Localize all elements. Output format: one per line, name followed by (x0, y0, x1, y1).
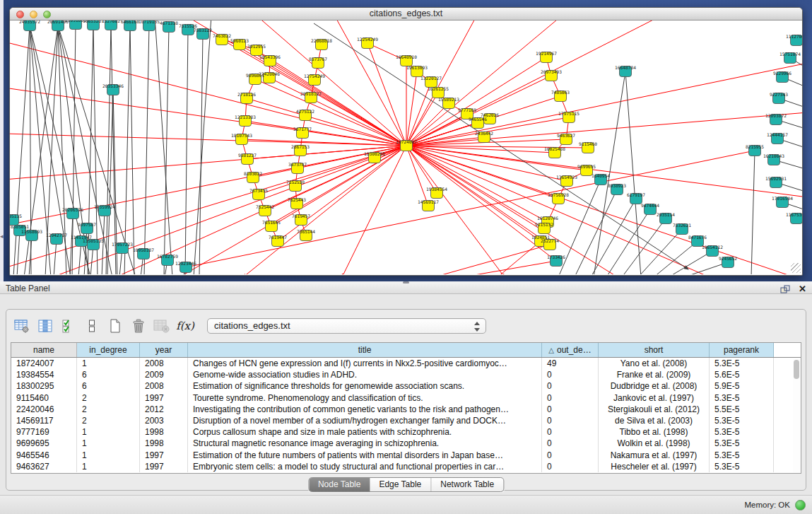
network-node[interactable]: 19214967 (536, 51, 557, 63)
network-node[interactable]: 7525442 (256, 204, 274, 216)
function-builder-icon[interactable]: f(x) (175, 316, 195, 336)
network-node[interactable]: 9245652 (719, 256, 737, 268)
network-node[interactable]: 12754249 (304, 74, 325, 86)
network-edge[interactable] (185, 30, 188, 274)
network-node[interactable]: 9463627 (557, 133, 575, 145)
column-header-short[interactable]: short (599, 343, 710, 357)
column-header-out_de[interactable]: △out_de… (542, 343, 599, 357)
network-node[interactable]: 11675333 (786, 212, 802, 224)
panel-collapse-handle[interactable]: ◂ (0, 232, 4, 240)
network-node[interactable]: 12093872 (765, 113, 787, 125)
select-columns-icon[interactable] (59, 316, 78, 336)
network-node[interactable]: 10958187 (133, 247, 154, 259)
network-node[interactable]: 8103022 (244, 171, 262, 183)
network-edge[interactable] (406, 146, 550, 245)
network-node[interactable]: 9397587 (78, 222, 96, 234)
close-panel-icon[interactable]: ✕ (799, 284, 806, 293)
table-row[interactable]: 946362711997Embryonic stem cells: a mode… (11, 461, 801, 472)
network-edge[interactable] (124, 25, 130, 274)
network-node[interactable]: 12923446 (175, 261, 196, 273)
network-node[interactable]: 1733426 (547, 255, 565, 267)
table-source-select[interactable]: citations_edges.txt (207, 318, 486, 334)
network-node[interactable]: 12213383 (235, 115, 256, 127)
network-node[interactable]: 15589213 (438, 97, 459, 109)
table-row[interactable]: 977716911998Corpus callosum shape and si… (11, 426, 801, 438)
network-edge[interactable] (93, 25, 98, 274)
network-node[interactable]: 2436442 (475, 131, 493, 143)
network-node[interactable]: 16210643 (763, 153, 784, 165)
table-scrollbar[interactable] (793, 359, 800, 472)
network-node[interactable]: 3673787 (288, 162, 307, 174)
tab-network-table[interactable]: Network Table (430, 478, 503, 491)
network-node[interactable]: 15692931 (765, 176, 787, 188)
network-node[interactable]: 15751074 (779, 52, 801, 64)
network-node[interactable]: 4671338 (160, 21, 178, 33)
network-node[interactable]: 7651645 (262, 220, 281, 232)
network-node[interactable]: 10719135 (139, 21, 160, 31)
network-node[interactable]: 22060818 (311, 38, 332, 50)
window-titlebar[interactable]: citations_edges.txt (10, 8, 802, 21)
tab-node-table[interactable]: Node Table (309, 478, 370, 491)
network-node[interactable]: 7619447 (269, 235, 287, 247)
minimize-window-button[interactable] (30, 11, 37, 18)
column-header-year[interactable]: year (140, 343, 188, 357)
network-node[interactable]: 7485063 (551, 90, 570, 102)
close-window-button[interactable] (16, 11, 24, 18)
network-edge[interactable] (247, 98, 406, 146)
network-edge[interactable] (144, 25, 149, 274)
network-node[interactable]: 7583122 (194, 28, 212, 40)
memory-status-icon[interactable] (795, 500, 806, 510)
network-node[interactable]: 17359924 (94, 204, 115, 216)
network-node[interactable]: 7365144 (297, 229, 315, 241)
network-node[interactable]: 11127044 (786, 34, 802, 46)
network-edge[interactable] (10, 146, 406, 180)
delete-table-icon[interactable] (152, 316, 172, 336)
network-edge[interactable] (278, 146, 406, 241)
network-edge[interactable] (155, 21, 172, 274)
network-edge[interactable] (406, 82, 431, 146)
column-header-pagerank[interactable]: pagerank (710, 343, 774, 357)
network-edge[interactable] (406, 71, 417, 146)
table-scrollbar-thumb[interactable] (794, 360, 799, 379)
window-resize-grip[interactable] (791, 263, 801, 273)
network-node[interactable]: 9896061 (246, 73, 264, 85)
network-edge[interactable] (406, 146, 428, 206)
table-row[interactable]: 946554611997Estimation of the future num… (11, 450, 801, 461)
network-node[interactable]: 2718126 (237, 92, 256, 104)
network-node[interactable]: 17957223 (112, 242, 133, 254)
network-edge[interactable] (111, 25, 116, 274)
table-mode-icon[interactable] (12, 316, 32, 336)
network-node[interactable]: 10756928 (548, 192, 569, 204)
network-node[interactable]: 16648784 (615, 65, 636, 77)
network-edge[interactable] (164, 27, 169, 274)
network-node[interactable]: 18107543 (231, 133, 252, 145)
network-node[interactable]: 1527602 (102, 21, 120, 30)
delete-column-icon[interactable] (129, 316, 148, 336)
network-node[interactable]: 9129966 (773, 71, 792, 83)
table-row[interactable]: 911546021997Tourette syndrome. Phenomeno… (11, 392, 801, 404)
network-edge[interactable] (10, 134, 406, 146)
network-edge[interactable] (107, 90, 113, 274)
network-node[interactable]: 10025488 (544, 146, 565, 158)
float-panel-icon[interactable] (780, 285, 790, 293)
network-edge[interactable] (669, 251, 712, 274)
table-row[interactable]: 1938455462009Genome-wide association stu… (11, 369, 801, 380)
network-edge[interactable] (257, 50, 406, 146)
column-header-name[interactable]: name (11, 343, 77, 357)
network-node[interactable]: 9227343 (770, 92, 788, 104)
row-height-icon[interactable] (82, 316, 102, 336)
network-node[interactable]: 20206576 (62, 207, 83, 219)
network-node[interactable]: 4275122 (296, 109, 314, 121)
network-node[interactable]: 17016504 (772, 196, 793, 208)
network-node[interactable]: 10654112 (702, 245, 723, 257)
network-node[interactable]: 10653287 (83, 21, 104, 30)
network-node[interactable]: 24935572 (19, 21, 40, 31)
table-row[interactable]: 1456911722003Disruption of a novel membe… (11, 415, 801, 426)
tab-edge-table[interactable]: Edge Table (370, 478, 430, 491)
network-edge[interactable] (314, 23, 688, 269)
network-node[interactable]: 8573767 (309, 57, 327, 69)
network-edge[interactable] (17, 230, 20, 274)
network-node[interactable]: 6466160 (121, 21, 139, 31)
network-node[interactable]: 20353346 (102, 83, 124, 95)
table-row[interactable]: 1872400712008Changes of HCN gene express… (11, 358, 801, 369)
